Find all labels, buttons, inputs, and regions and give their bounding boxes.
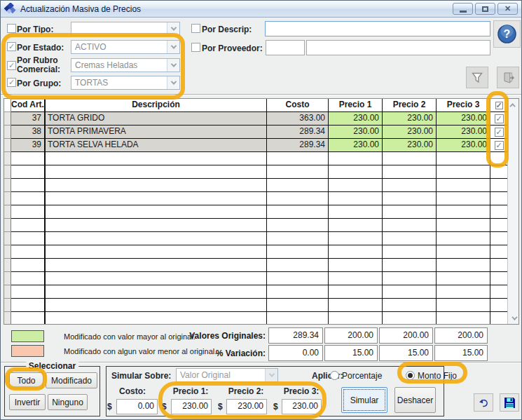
- vertical-scrollbar[interactable]: [507, 99, 518, 324]
- empty-cell: [4, 165, 11, 179]
- empty-cell: [490, 232, 507, 245]
- proveedor-code-input[interactable]: [266, 40, 305, 55]
- por-tipo-checkbox[interactable]: [7, 24, 16, 33]
- empty-cell: [490, 259, 507, 272]
- chevron-down-icon[interactable]: [167, 59, 179, 72]
- por-descrip-input[interactable]: [265, 21, 490, 36]
- simular-button[interactable]: Simular: [341, 387, 387, 413]
- por-descrip-checkbox[interactable]: [191, 24, 200, 33]
- col-header-precio3[interactable]: Precio 3: [437, 99, 490, 112]
- close-button[interactable]: ✕: [497, 3, 518, 15]
- grid-body: Cod Art. Descripción Costo Precio 1 Prec…: [4, 99, 507, 324]
- precio1-input-label: Precio 1:: [166, 386, 215, 396]
- select-all-checkbox[interactable]: [495, 102, 503, 109]
- chevron-down-icon[interactable]: [167, 22, 179, 35]
- svg-text:?: ?: [504, 28, 511, 40]
- row-selector-header: [4, 99, 11, 112]
- grid-header-row: Cod Art. Descripción Costo Precio 1 Prec…: [4, 99, 507, 112]
- scroll-up-icon[interactable]: [508, 99, 519, 111]
- empty-cell: [4, 285, 11, 299]
- empty-cell: [11, 259, 46, 272]
- por-estado-checkbox[interactable]: [7, 42, 16, 51]
- empty-cell: [267, 165, 329, 179]
- cell-costo: 289.34: [267, 139, 329, 152]
- minimize-icon: [460, 11, 467, 13]
- legend-green-swatch: [11, 330, 44, 342]
- todo-button[interactable]: Todo: [9, 372, 43, 388]
- empty-cell: [46, 165, 267, 179]
- empty-cell: [267, 285, 329, 299]
- cell-cod: 39: [11, 139, 46, 152]
- deshacer-button[interactable]: Deshacer: [394, 387, 436, 413]
- proveedor-name-input[interactable]: [306, 40, 490, 55]
- por-descrip-label: Por Descrip:: [202, 25, 252, 34]
- por-rubro-checkbox[interactable]: [7, 61, 16, 70]
- seleccionar-title: Seleccionar: [26, 361, 78, 371]
- por-estado-dropdown[interactable]: ACTIVO: [71, 40, 180, 54]
- row-checkbox[interactable]: [495, 128, 504, 137]
- empty-cell: [383, 232, 437, 245]
- empty-cell: [267, 259, 329, 272]
- help-button[interactable]: ?: [493, 20, 521, 48]
- scroll-down-icon[interactable]: [508, 312, 519, 324]
- close-icon: ✕: [504, 5, 511, 13]
- por-proveedor-checkbox[interactable]: [191, 43, 200, 52]
- porcentaje-radio[interactable]: [330, 371, 339, 380]
- col-header-descripcion[interactable]: Descripción: [46, 99, 267, 112]
- cell-precio3: 230.00: [437, 139, 490, 152]
- chevron-down-icon[interactable]: [167, 76, 179, 89]
- table-row[interactable]: 37 TORTA GRIDO 363.00 230.00 230.00 230.…: [4, 112, 507, 126]
- table-row[interactable]: 39 TORTA SELVA HELADA 289.34 230.00 230.…: [4, 139, 507, 152]
- row-selector[interactable]: [4, 126, 11, 139]
- col-header-precio2[interactable]: Precio 2: [383, 99, 437, 112]
- table-row-empty: [4, 152, 507, 165]
- exit-button[interactable]: [497, 67, 519, 88]
- empty-cell: [4, 152, 11, 165]
- maximize-button[interactable]: [475, 3, 495, 15]
- invertir-button[interactable]: Invertir: [9, 394, 46, 410]
- empty-cell: [46, 272, 267, 285]
- empty-cell: [4, 219, 11, 232]
- empty-cell: [490, 272, 507, 285]
- col-header-cod[interactable]: Cod Art.: [11, 99, 46, 112]
- por-grupo-checkbox[interactable]: [7, 78, 16, 87]
- col-header-costo[interactable]: Costo: [267, 99, 329, 112]
- costo-input[interactable]: 0.00: [116, 399, 158, 414]
- simular-sobre-dropdown[interactable]: Valor Original: [176, 368, 278, 382]
- col-header-precio1[interactable]: Precio 1: [329, 99, 383, 112]
- empty-cell: [4, 272, 11, 285]
- row-selector[interactable]: [4, 139, 11, 152]
- monto-fijo-radio[interactable]: [406, 371, 415, 380]
- empty-cell: [437, 232, 490, 245]
- row-selector[interactable]: [4, 112, 11, 126]
- filter-button[interactable]: [466, 67, 488, 88]
- por-estado-label: Por Estado:: [17, 43, 64, 53]
- minimize-button[interactable]: [453, 3, 473, 15]
- app-icon: [4, 3, 16, 15]
- precio1-input[interactable]: 230.00: [171, 399, 212, 414]
- precio2-input[interactable]: 230.00: [226, 399, 267, 414]
- row-checkbox[interactable]: [495, 114, 504, 123]
- por-grupo-dropdown[interactable]: TORTAS: [71, 76, 180, 90]
- empty-cell: [267, 312, 329, 325]
- currency-symbol: $: [273, 402, 278, 412]
- maximize-icon: [482, 6, 488, 12]
- empty-cell: [11, 179, 46, 192]
- por-tipo-dropdown[interactable]: [71, 22, 180, 36]
- precio3-input[interactable]: 230.00: [282, 399, 322, 414]
- row-checkbox[interactable]: [495, 141, 504, 150]
- empty-cell: [490, 165, 507, 179]
- por-rubro-label: Por Rubro Comercial:: [17, 56, 60, 74]
- empty-cell: [11, 165, 46, 179]
- por-rubro-value: Cremas Heladas: [71, 59, 167, 72]
- save-button[interactable]: [500, 393, 519, 412]
- undo-button[interactable]: [474, 393, 493, 412]
- modificado-button[interactable]: Modificado: [46, 372, 97, 388]
- por-rubro-dropdown[interactable]: Cremas Heladas: [71, 58, 180, 72]
- cell-precio2: 230.00: [383, 139, 437, 152]
- empty-cell: [4, 299, 11, 312]
- ninguno-button[interactable]: Ninguno: [48, 394, 88, 410]
- chevron-down-icon[interactable]: [167, 41, 179, 53]
- table-row[interactable]: 38 TORTA PRIMAVERA 289.34 230.00 230.00 …: [4, 126, 507, 139]
- empty-cell: [490, 179, 507, 192]
